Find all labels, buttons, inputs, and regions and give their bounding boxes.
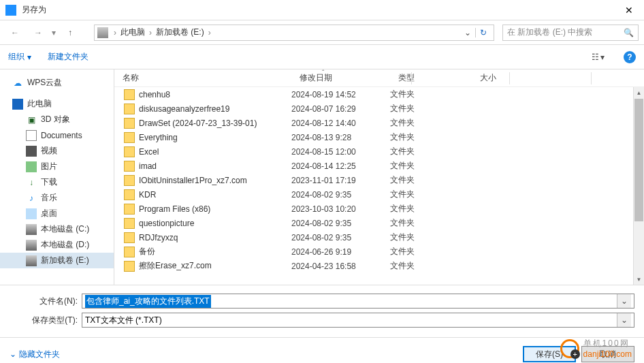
scroll-thumb[interactable]	[634, 99, 643, 221]
file-type: 文件夹	[390, 89, 472, 100]
tree-documents[interactable]: Documents	[0, 127, 114, 143]
file-row[interactable]: Program Files (x86)2023-10-03 10:20文件夹	[114, 202, 644, 216]
chevron-down-icon: ▾	[27, 52, 31, 62]
file-row[interactable]: 备份2024-06-26 9:19文件夹	[114, 244, 644, 259]
file-date: 2024-08-02 9:35	[291, 233, 390, 242]
filetype-select[interactable]: TXT文本文件 (*.TXT) ⌄	[82, 313, 634, 328]
hide-folders-link[interactable]: ⌄ 隐藏文件夹	[10, 349, 60, 360]
file-panel: ˆ 名称 修改日期 类型 大小 ▲ ▼ chenhu82024-08-19 14…	[114, 69, 644, 285]
cloud-icon: ☁	[12, 78, 23, 89]
folder-icon	[124, 146, 135, 157]
tree-drive-c[interactable]: 本地磁盘 (C:)	[0, 221, 114, 237]
file-type: 文件夹	[390, 232, 472, 243]
filename-label: 文件名(N):	[10, 296, 82, 307]
navbar: ← → ▾ ↑ › 此电脑 › 新加载卷 (E:) › ⌄ ↻ 在 新加载卷 (…	[0, 20, 644, 45]
new-folder-button[interactable]: 新建文件夹	[48, 51, 88, 63]
file-type: 文件夹	[390, 117, 472, 129]
view-icon: ☷	[592, 52, 599, 62]
file-date: 2024-08-02 9:35	[291, 190, 390, 200]
file-name: Everything	[139, 133, 291, 142]
dropdown-icon[interactable]: ⌄	[617, 313, 631, 327]
sort-asc-icon: ˆ	[322, 69, 324, 77]
back-button[interactable]: ←	[5, 25, 25, 41]
breadcrumb-sep-icon: ›	[111, 28, 119, 37]
file-row[interactable]: questionpicture2024-08-02 9:35文件夹	[114, 216, 644, 230]
col-name[interactable]: 名称	[114, 72, 291, 84]
forward-button[interactable]: →	[29, 25, 48, 41]
address-bar[interactable]: › 此电脑 › 新加载卷 (E:) › ⌄ ↻	[94, 25, 494, 41]
organize-button[interactable]: 组织 ▾	[8, 51, 31, 63]
breadcrumb-drive[interactable]: 新加载卷 (E:)	[155, 27, 206, 38]
file-name: Excel	[139, 147, 291, 157]
file-name: diskusageanalyzerfree19	[139, 104, 291, 114]
file-date: 2024-06-26 9:19	[291, 247, 390, 257]
filename-input[interactable]: 包含律师_ai_攻略的文件列表.TXT ⌄	[82, 294, 634, 309]
up-button[interactable]: ↑	[68, 28, 83, 37]
col-date[interactable]: 修改日期	[291, 72, 390, 84]
tree-cloud[interactable]: ☁WPS云盘	[0, 75, 114, 91]
tree-music[interactable]: ♪音乐	[0, 190, 114, 206]
view-button[interactable]: ☷ ▾	[589, 52, 607, 62]
file-row[interactable]: chenhu82024-08-19 14:52文件夹	[114, 87, 644, 101]
tree-desktop[interactable]: 桌面	[0, 206, 114, 221]
scrollbar[interactable]: ▲ ▼	[633, 87, 644, 285]
address-dropdown-icon[interactable]: ⌄	[460, 28, 475, 37]
file-name: DrawSet (2024-07-23_13-39-01)	[139, 119, 291, 128]
file-name: 备份	[139, 246, 291, 257]
search-input[interactable]: 在 新加载卷 (E:) 中搜索 🔍	[502, 25, 639, 41]
folder-icon	[124, 247, 135, 257]
col-type[interactable]: 类型	[390, 72, 472, 84]
col-size[interactable]: 大小	[472, 72, 644, 84]
file-type: 文件夹	[390, 217, 472, 229]
watermark-text-1: 单机100网	[583, 338, 632, 349]
tree-drive-d[interactable]: 本地磁盘 (D:)	[0, 237, 114, 253]
watermark: + 单机100网 danji100.com	[560, 338, 632, 359]
file-row[interactable]: RDJfzyxzq2024-08-02 9:35文件夹	[114, 230, 644, 244]
chevron-down-icon: ▾	[600, 52, 605, 62]
video-icon	[26, 146, 37, 157]
file-row[interactable]: KDR2024-08-02 9:35文件夹	[114, 187, 644, 202]
tree-pictures[interactable]: 图片	[0, 159, 114, 174]
breadcrumb-sep-icon: ›	[146, 28, 155, 37]
dropdown-icon[interactable]: ⌄	[617, 294, 631, 308]
desktop-icon	[26, 208, 37, 219]
drive-icon	[26, 255, 37, 266]
history-dropdown[interactable]: ▾	[52, 28, 61, 37]
file-row[interactable]: imad2024-08-14 12:25文件夹	[114, 159, 644, 173]
file-row[interactable]: 擦除Erase_xz7.com2024-04-23 16:58文件夹	[114, 259, 644, 273]
file-row[interactable]: Excel2024-08-15 12:00文件夹	[114, 144, 644, 159]
tree-3d[interactable]: ▣3D 对象	[0, 112, 114, 127]
tree-pc[interactable]: 此电脑	[0, 96, 114, 112]
scroll-up-icon[interactable]: ▲	[634, 87, 644, 98]
file-name: imad	[139, 161, 291, 171]
file-date: 2024-08-14 12:25	[291, 161, 390, 171]
folder-icon	[124, 218, 135, 229]
tree-drive-e[interactable]: 新加载卷 (E:)	[0, 253, 114, 268]
file-list: ▲ ▼ chenhu82024-08-19 14:52文件夹diskusagea…	[114, 87, 644, 285]
file-date: 2024-08-15 12:00	[291, 147, 390, 157]
refresh-icon[interactable]: ↻	[475, 28, 491, 37]
save-form: 文件名(N): 包含律师_ai_攻略的文件列表.TXT ⌄ 保存类型(T): T…	[0, 285, 644, 337]
file-name: RDJfzyxzq	[139, 233, 291, 242]
chevron-down-icon: ⌄	[10, 349, 16, 359]
search-placeholder: 在 新加载卷 (E:) 中搜索	[507, 27, 624, 38]
toolbar: 组织 ▾ 新建文件夹 ☷ ▾ ?	[0, 45, 644, 69]
file-row[interactable]: DrawSet (2024-07-23_13-39-01)2024-08-12 …	[114, 116, 644, 130]
drive-icon	[26, 240, 37, 251]
file-type: 文件夹	[390, 174, 472, 186]
breadcrumb-root[interactable]: 此电脑	[119, 27, 146, 38]
file-type: 文件夹	[390, 203, 472, 215]
file-row[interactable]: IObitUninstaller1Pro_xz7.com2023-11-01 1…	[114, 173, 644, 187]
file-row[interactable]: diskusageanalyzerfree192024-08-07 16:29文…	[114, 101, 644, 116]
close-button[interactable]: ✕	[613, 0, 644, 20]
tree-downloads[interactable]: ↓下载	[0, 174, 114, 190]
window-title: 另存为	[22, 4, 613, 16]
search-icon: 🔍	[624, 28, 634, 37]
pc-icon	[12, 99, 23, 110]
help-button[interactable]: ?	[624, 51, 636, 63]
folder-icon	[124, 232, 135, 243]
folder-icon	[124, 189, 135, 200]
tree-videos[interactable]: 视频	[0, 143, 114, 159]
file-row[interactable]: Everything2024-08-13 9:28文件夹	[114, 130, 644, 144]
scroll-down-icon[interactable]: ▼	[634, 274, 644, 285]
